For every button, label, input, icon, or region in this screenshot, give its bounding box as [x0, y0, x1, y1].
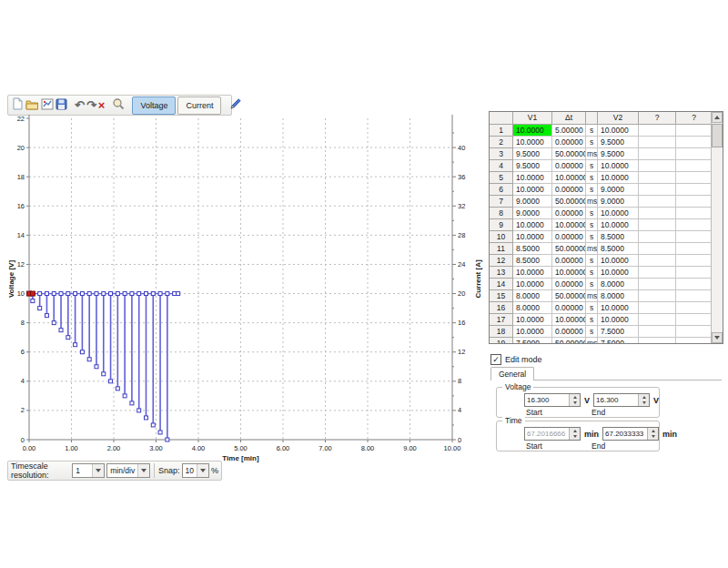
table-cell[interactable]: s [586, 125, 598, 137]
table-cell[interactable] [639, 290, 676, 302]
row-number[interactable]: 3 [490, 148, 513, 160]
column-header[interactable] [490, 112, 513, 125]
scroll-down-button[interactable] [712, 332, 723, 343]
table-cell[interactable] [676, 208, 713, 219]
column-header[interactable]: Δt [552, 112, 586, 125]
table-cell[interactable] [676, 148, 713, 160]
row-number[interactable]: 12 [490, 255, 513, 267]
table-cell[interactable]: ms [586, 243, 598, 255]
table-cell[interactable]: 8.0000 [513, 302, 552, 314]
table-cell[interactable]: 9.0000 [598, 184, 639, 196]
table-cell[interactable]: 10.0000 [513, 172, 552, 184]
table-cell[interactable]: 10.00000 [552, 172, 586, 184]
table-cell[interactable]: 10.00000 [552, 219, 586, 231]
tab-general[interactable]: General [490, 367, 534, 380]
table-cell[interactable] [639, 255, 676, 267]
table-cell[interactable]: 0.00000 [552, 137, 586, 148]
table-cell[interactable]: 7.5000 [513, 338, 552, 344]
spinner-arrows[interactable] [647, 428, 658, 440]
table-cell[interactable]: 10.0000 [598, 267, 639, 279]
column-header[interactable]: V2 [598, 112, 639, 125]
table-cell[interactable] [639, 219, 676, 231]
table-cell[interactable]: s [586, 137, 598, 148]
table-cell[interactable]: 10.0000 [513, 267, 552, 279]
voltage-waveform-chart[interactable]: 024681012141618202204812162024283236400.… [7, 107, 488, 464]
table-cell[interactable]: 0.00000 [552, 255, 586, 267]
column-header[interactable]: V1 [513, 112, 552, 125]
table-cell[interactable]: 8.5000 [513, 255, 552, 267]
table-cell[interactable]: s [586, 255, 598, 267]
table-cell[interactable] [639, 326, 676, 338]
table-cell[interactable]: 10.0000 [598, 302, 639, 314]
table-cell[interactable]: 0.00000 [552, 326, 586, 338]
table-cell[interactable]: 10.0000 [513, 279, 552, 290]
table-cell[interactable] [676, 326, 713, 338]
table-cell[interactable] [676, 302, 713, 314]
table-cell[interactable]: 0.00000 [552, 279, 586, 290]
table-cell[interactable]: 10.0000 [598, 172, 639, 184]
time-start-spinner[interactable]: 67.2016666 [524, 427, 581, 441]
table-cell[interactable]: 7.5000 [598, 326, 639, 338]
table-cell[interactable]: 8.5000 [513, 243, 552, 255]
table-cell[interactable]: 9.0000 [513, 208, 552, 219]
row-number[interactable]: 2 [490, 137, 513, 148]
table-cell[interactable] [639, 184, 676, 196]
table-cell[interactable] [676, 243, 713, 255]
table-cell[interactable]: 50.00000 [552, 338, 586, 344]
row-number[interactable]: 11 [490, 243, 513, 255]
table-cell[interactable]: 9.5000 [513, 160, 552, 172]
table-cell[interactable] [676, 219, 713, 231]
table-cell[interactable]: 0.00000 [552, 184, 586, 196]
row-number[interactable]: 14 [490, 279, 513, 290]
resolution-select[interactable]: 1 [72, 463, 105, 478]
table-cell[interactable]: 9.5000 [598, 137, 639, 148]
column-header[interactable]: ? [639, 112, 676, 125]
table-cell[interactable] [639, 231, 676, 243]
table-cell[interactable] [676, 255, 713, 267]
column-header[interactable]: ? [676, 112, 713, 125]
table-cell[interactable]: 10.0000 [598, 160, 639, 172]
spinner-arrows[interactable] [569, 394, 580, 406]
table-cell[interactable] [639, 196, 676, 208]
row-number[interactable]: 8 [490, 208, 513, 219]
table-cell[interactable]: 0.00000 [552, 160, 586, 172]
table-cell[interactable] [639, 172, 676, 184]
table-cell[interactable]: 10.0000 [513, 314, 552, 326]
table-cell[interactable]: 10.0000 [513, 137, 552, 148]
row-number[interactable]: 15 [490, 290, 513, 302]
table-cell[interactable]: s [586, 160, 598, 172]
table-cell[interactable]: s [586, 231, 598, 243]
table-cell[interactable]: 50.00000 [552, 243, 586, 255]
row-number[interactable]: 18 [490, 326, 513, 338]
table-cell[interactable] [639, 338, 676, 344]
table-cell[interactable]: 10.0000 [598, 314, 639, 326]
table-cell[interactable]: 9.5000 [513, 148, 552, 160]
table-cell[interactable]: 50.00000 [552, 148, 586, 160]
table-cell[interactable]: ms [586, 338, 598, 344]
table-cell[interactable]: s [586, 172, 598, 184]
table-cell[interactable]: 5.00000 [552, 125, 586, 137]
table-cell[interactable] [639, 160, 676, 172]
row-number[interactable]: 4 [490, 160, 513, 172]
voltage-end-spinner[interactable]: 16.300 [593, 393, 650, 407]
table-cell[interactable]: 10.0000 [513, 125, 552, 137]
spinner-arrows[interactable] [569, 428, 580, 440]
table-cell[interactable]: 8.0000 [513, 290, 552, 302]
table-cell[interactable] [676, 267, 713, 279]
table-cell[interactable]: s [586, 208, 598, 219]
table-cell[interactable]: ms [586, 290, 598, 302]
table-cell[interactable]: 9.0000 [598, 196, 639, 208]
table-cell[interactable] [676, 137, 713, 148]
row-number[interactable]: 10 [490, 231, 513, 243]
table-cell[interactable] [639, 279, 676, 290]
edit-mode-checkbox[interactable]: ✓ [490, 354, 501, 365]
table-cell[interactable] [639, 314, 676, 326]
table-cell[interactable]: 10.0000 [598, 255, 639, 267]
table-cell[interactable]: 50.00000 [552, 196, 586, 208]
table-cell[interactable]: s [586, 184, 598, 196]
table-cell[interactable] [676, 314, 713, 326]
table-cell[interactable]: ms [586, 148, 598, 160]
table-cell[interactable] [676, 125, 713, 137]
table-cell[interactable] [639, 137, 676, 148]
table-cell[interactable]: s [586, 326, 598, 338]
